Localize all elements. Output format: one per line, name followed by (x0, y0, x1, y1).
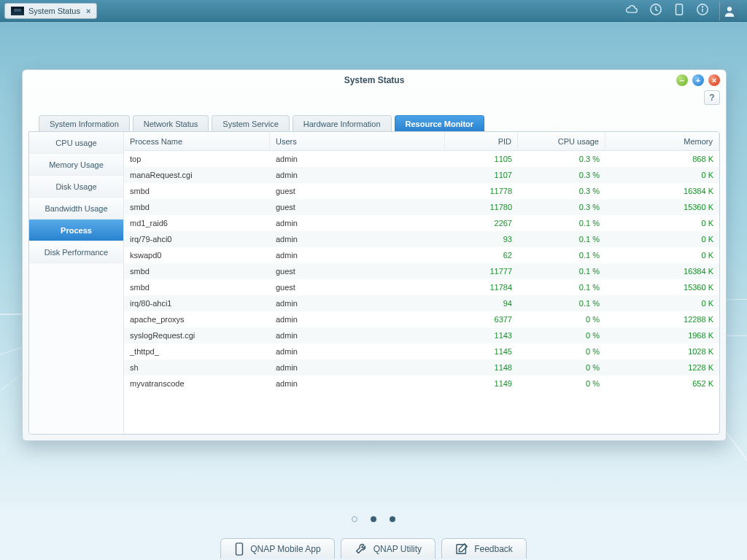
dock-button-feedback[interactable]: Feedback (441, 538, 527, 559)
cell-pid: 11780 (445, 203, 518, 211)
cell-memory: 15360 K (605, 203, 719, 211)
dock-label: QNAP Mobile App (250, 544, 321, 554)
dock-label: QNAP Utility (374, 544, 422, 554)
cell-memory: 12288 K (605, 315, 719, 324)
cell-pid: 1143 (445, 331, 518, 340)
sidebar-item-memory-usage[interactable]: Memory Usage (29, 154, 123, 176)
table-row[interactable]: smbdguest117800.3 %15360 K (124, 199, 719, 215)
cell-cpu-usage: 0.3 % (518, 171, 605, 179)
cell-process-name: sh (124, 363, 270, 372)
sidebar-item-disk-performance[interactable]: Disk Performance (29, 241, 123, 263)
user-avatar-icon[interactable] (719, 1, 738, 20)
cell-cpu-usage: 0.3 % (518, 187, 605, 195)
cell-cpu-usage: 0.3 % (518, 155, 605, 163)
desktop-taskbar: System Status × (0, 0, 747, 22)
window-titlebar[interactable]: System Status – + × (23, 70, 726, 90)
window-maximize-button[interactable]: + (692, 74, 704, 86)
table-row[interactable]: myvatranscodeadmin11490 %652 K (124, 376, 719, 392)
cell-process-name: _thttpd_ (124, 347, 270, 356)
table-row[interactable]: smbdguest117780.3 %16384 K (124, 183, 719, 199)
cell-user: admin (270, 251, 445, 260)
svg-rect-7 (236, 542, 243, 554)
pager-dot[interactable] (352, 516, 357, 522)
cell-memory: 868 K (605, 155, 719, 163)
table-row[interactable]: _thttpd_admin11450 %1028 K (124, 343, 719, 359)
cloud-icon[interactable] (624, 4, 639, 18)
table-row[interactable]: smbdguest117770.1 %16384 K (124, 263, 719, 279)
cell-user: admin (270, 155, 445, 163)
clock-icon[interactable] (649, 3, 662, 18)
pager-dot[interactable] (390, 516, 395, 522)
column-header-users[interactable]: Users (270, 132, 445, 150)
device-icon[interactable] (673, 3, 686, 18)
cell-cpu-usage: 0 % (518, 315, 605, 324)
main-tabstrip: System Information Network Status System… (39, 115, 720, 131)
cell-user: guest (270, 283, 445, 292)
content-pane: CPU usage Memory Usage Disk Usage Bandwi… (28, 131, 720, 435)
cell-process-name: apache_proxys (124, 315, 270, 324)
cell-user: admin (270, 219, 445, 228)
table-row[interactable]: kswapd0admin620.1 %0 K (124, 247, 719, 263)
help-button[interactable]: ? (704, 90, 720, 105)
grid-body[interactable]: topadmin11050.3 %868 KmanaRequest.cgiadm… (124, 151, 719, 434)
cell-user: admin (270, 363, 445, 372)
column-header-pid[interactable]: PID (445, 132, 518, 150)
cell-memory: 0 K (605, 219, 719, 228)
cell-memory: 1228 K (605, 363, 719, 372)
cell-memory: 0 K (605, 171, 719, 179)
table-row[interactable]: irq/79-ahci0admin930.1 %0 K (124, 231, 719, 247)
sidebar-item-process[interactable]: Process (29, 219, 123, 241)
column-header-process-name[interactable]: Process Name (124, 132, 270, 150)
sidebar-item-cpu-usage[interactable]: CPU usage (29, 132, 123, 154)
dock-button-mobile-app[interactable]: QNAP Mobile App (220, 538, 335, 559)
window-title: System Status (344, 75, 405, 85)
cell-user: admin (270, 315, 445, 324)
dock-label: Feedback (474, 544, 513, 554)
cell-user: admin (270, 379, 445, 388)
cell-memory: 16384 K (605, 187, 719, 195)
table-row[interactable]: manaRequest.cgiadmin11070.3 %0 K (124, 167, 719, 183)
tab-network-status[interactable]: Network Status (133, 115, 209, 131)
cell-memory: 0 K (605, 299, 719, 308)
cell-cpu-usage: 0.1 % (518, 219, 605, 228)
tab-resource-monitor[interactable]: Resource Monitor (395, 115, 485, 131)
cell-process-name: smbd (124, 283, 270, 292)
taskbar-app-label: System Status (28, 7, 80, 15)
cell-pid: 1107 (445, 171, 518, 179)
info-icon[interactable] (696, 3, 709, 18)
tab-system-information[interactable]: System Information (39, 115, 130, 131)
pager-dot[interactable] (371, 516, 376, 522)
column-header-memory[interactable]: Memory (605, 132, 719, 150)
cell-user: admin (270, 299, 445, 308)
cell-memory: 1028 K (605, 347, 719, 356)
cell-process-name: md1_raid6 (124, 219, 270, 228)
cell-pid: 6377 (445, 315, 518, 324)
column-header-cpu-usage[interactable]: CPU usage (518, 132, 605, 150)
dock-button-utility[interactable]: QNAP Utility (341, 538, 436, 559)
taskbar-tray (624, 1, 743, 20)
grid-header: Process Name Users PID CPU usage Memory (124, 132, 719, 151)
cell-memory: 0 K (605, 251, 719, 260)
table-row[interactable]: topadmin11050.3 %868 K (124, 151, 719, 167)
tab-hardware-information[interactable]: Hardware Information (293, 115, 392, 131)
cell-cpu-usage: 0.1 % (518, 235, 605, 244)
table-row[interactable]: irq/80-ahci1admin940.1 %0 K (124, 295, 719, 311)
phone-icon (234, 542, 244, 556)
window-close-button[interactable]: × (708, 74, 720, 86)
sidebar-item-bandwidth-usage[interactable]: Bandwidth Usage (29, 198, 123, 219)
table-row[interactable]: md1_raid6admin22670.1 %0 K (124, 215, 719, 231)
table-row[interactable]: smbdguest117840.1 %15360 K (124, 279, 719, 295)
taskbar-app-tab[interactable]: System Status × (4, 3, 97, 19)
table-row[interactable]: apache_proxysadmin63770 %12288 K (124, 311, 719, 327)
cell-process-name: smbd (124, 203, 270, 211)
taskbar-close-icon[interactable]: × (86, 7, 90, 15)
cell-pid: 1105 (445, 155, 518, 163)
svg-rect-1 (676, 4, 683, 15)
table-row[interactable]: syslogRequest.cgiadmin11430 %1968 K (124, 327, 719, 343)
window-minimize-button[interactable]: – (676, 74, 688, 86)
cell-process-name: smbd (124, 187, 270, 195)
tab-system-service[interactable]: System Service (212, 115, 289, 131)
cell-process-name: top (124, 155, 270, 163)
table-row[interactable]: shadmin11480 %1228 K (124, 359, 719, 376)
sidebar-item-disk-usage[interactable]: Disk Usage (29, 176, 123, 198)
